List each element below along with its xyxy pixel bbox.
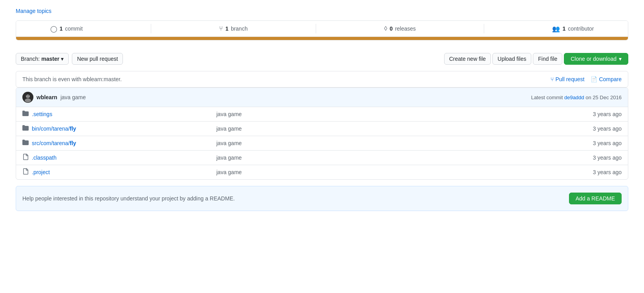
file-name-link[interactable]: bin/com/tarena/fly bbox=[32, 126, 76, 132]
new-pull-request-button[interactable]: New pull request bbox=[72, 53, 123, 65]
pull-request-link[interactable]: ⑂ Pull request bbox=[551, 76, 584, 82]
clone-download-label: Clone or download bbox=[571, 56, 617, 62]
stat-divider-2 bbox=[316, 24, 316, 33]
branch-info-text: This branch is even with wblearn:master. bbox=[22, 76, 122, 82]
file-time: 3 years ago bbox=[582, 140, 622, 146]
compare-icon: 📄 bbox=[591, 76, 597, 82]
folder-icon bbox=[22, 110, 29, 118]
table-row: .classpathjava game3 years ago bbox=[16, 151, 628, 165]
contributors-stat[interactable]: 👥 1 contributor bbox=[552, 25, 594, 33]
commit-header-row: wblearn java game Latest commit de9addd … bbox=[16, 88, 628, 107]
file-commit-message: java game bbox=[216, 140, 579, 146]
commit-meta-prefix: Latest commit bbox=[531, 95, 563, 100]
stat-divider-3 bbox=[484, 24, 484, 33]
table-row: bin/com/tarena/flyjava game3 years ago bbox=[16, 122, 628, 136]
compare-link[interactable]: 📄 Compare bbox=[591, 76, 622, 82]
svg-point-3 bbox=[27, 95, 27, 96]
file-commit-message: java game bbox=[216, 155, 579, 161]
file-time: 3 years ago bbox=[582, 155, 622, 161]
add-readme-button[interactable]: Add a README bbox=[569, 193, 622, 204]
tag-icon: ◊ bbox=[384, 25, 387, 32]
commit-message: java game bbox=[60, 94, 86, 100]
branch-info-actions: ⑂ Pull request 📄 Compare bbox=[551, 76, 622, 82]
file-time: 3 years ago bbox=[582, 126, 622, 132]
find-file-button[interactable]: Find file bbox=[533, 53, 562, 65]
clone-dropdown-icon: ▾ bbox=[619, 56, 622, 62]
branch-prefix: Branch: bbox=[21, 56, 40, 62]
branch-label: branch bbox=[231, 25, 248, 32]
releases-stat[interactable]: ◊ 0 releases bbox=[384, 25, 416, 32]
pull-request-icon: ⑂ bbox=[551, 76, 554, 82]
table-row: .projectjava game3 years ago bbox=[16, 165, 628, 179]
folder-icon bbox=[22, 125, 29, 133]
pull-request-label: Pull request bbox=[555, 76, 584, 82]
file-icon bbox=[22, 168, 29, 176]
repo-stats-box: ◯ 1 commit ⑂ 1 branch ◊ 0 releases 👥 1 c… bbox=[16, 20, 628, 40]
file-name-link[interactable]: .project bbox=[32, 169, 50, 175]
commit-icon: ◯ bbox=[50, 25, 57, 33]
commit-label: commit bbox=[65, 25, 82, 32]
commits-stat[interactable]: ◯ 1 commit bbox=[50, 25, 83, 33]
branch-dropdown-icon: ▾ bbox=[61, 56, 64, 62]
file-commit-message: java game bbox=[216, 111, 579, 117]
file-name: .settings bbox=[32, 111, 213, 117]
file-name-link[interactable]: src/com/tarena/fly bbox=[32, 140, 76, 146]
branch-count: 1 bbox=[225, 25, 229, 32]
contributor-count: 1 bbox=[562, 25, 565, 32]
commit-author[interactable]: wblearn bbox=[37, 94, 57, 100]
contributor-label: contributor bbox=[568, 25, 594, 32]
folder-icon bbox=[22, 139, 29, 147]
language-progress-bar bbox=[16, 37, 628, 40]
avatar bbox=[22, 92, 33, 103]
commit-count: 1 bbox=[60, 25, 63, 32]
file-table: wblearn java game Latest commit de9addd … bbox=[16, 87, 628, 180]
upload-files-button[interactable]: Upload files bbox=[492, 53, 531, 65]
file-rows-container: .settingsjava game3 years agobin/com/tar… bbox=[16, 107, 628, 179]
manage-topics-anchor[interactable]: Manage topics bbox=[16, 8, 51, 14]
repo-toolbar: Branch: master ▾ New pull request Create… bbox=[16, 47, 628, 71]
svg-point-2 bbox=[25, 98, 31, 102]
file-name: src/com/tarena/fly bbox=[32, 140, 213, 146]
release-label: releases bbox=[395, 25, 416, 32]
commit-date: on 25 Dec 2016 bbox=[585, 95, 622, 100]
branch-info-bar: This branch is even with wblearn:master.… bbox=[16, 71, 628, 87]
file-name: .project bbox=[32, 169, 213, 175]
branch-selector[interactable]: Branch: master ▾ bbox=[16, 53, 69, 65]
file-commit-message: java game bbox=[216, 169, 579, 175]
table-row: src/com/tarena/flyjava game3 years ago bbox=[16, 136, 628, 151]
file-name: bin/com/tarena/fly bbox=[32, 126, 213, 132]
stat-divider-1 bbox=[151, 24, 151, 33]
file-time: 3 years ago bbox=[582, 169, 622, 175]
branch-icon: ⑂ bbox=[219, 25, 223, 32]
release-count: 0 bbox=[390, 25, 393, 32]
toolbar-right: Create new file Upload files Find file C… bbox=[444, 53, 628, 65]
file-name: .classpath bbox=[32, 155, 213, 161]
file-time: 3 years ago bbox=[582, 111, 622, 117]
contributors-icon: 👥 bbox=[552, 25, 560, 33]
table-row: .settingsjava game3 years ago bbox=[16, 107, 628, 122]
manage-topics-link[interactable]: Manage topics bbox=[16, 8, 628, 14]
toolbar-left: Branch: master ▾ New pull request bbox=[16, 53, 123, 65]
file-icon bbox=[22, 154, 29, 162]
clone-or-download-button[interactable]: Clone or download ▾ bbox=[564, 53, 628, 65]
stats-bar: ◯ 1 commit ⑂ 1 branch ◊ 0 releases 👥 1 c… bbox=[16, 21, 628, 37]
compare-label: Compare bbox=[599, 76, 622, 82]
svg-point-4 bbox=[28, 95, 29, 96]
commit-header-left: wblearn java game bbox=[22, 92, 86, 103]
file-commit-message: java game bbox=[216, 126, 579, 132]
branch-name: master bbox=[41, 56, 59, 62]
file-name-link[interactable]: .classpath bbox=[32, 155, 57, 161]
create-new-file-button[interactable]: Create new file bbox=[444, 53, 491, 65]
branches-stat[interactable]: ⑂ 1 branch bbox=[219, 25, 248, 32]
file-name-link[interactable]: .settings bbox=[32, 111, 52, 117]
commit-meta: Latest commit de9addd on 25 Dec 2016 bbox=[531, 95, 622, 100]
commit-hash[interactable]: de9addd bbox=[564, 95, 584, 100]
readme-prompt: Help people interested in this repositor… bbox=[16, 186, 628, 211]
readme-prompt-text: Help people interested in this repositor… bbox=[22, 195, 235, 202]
